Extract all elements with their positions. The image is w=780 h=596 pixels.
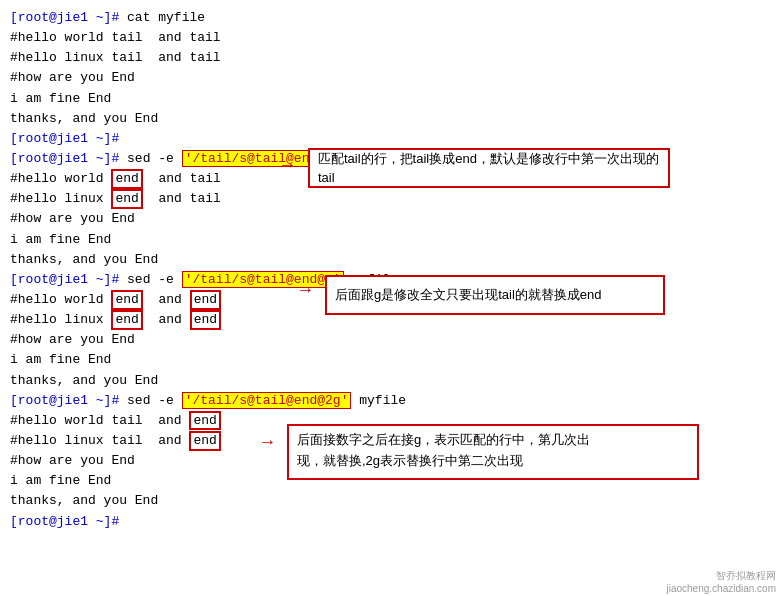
prompt: [root@jie1 ~]#: [10, 10, 127, 25]
annotation-1: 匹配tail的行，把tail换成end，默认是修改行中第一次出现的tail: [308, 148, 670, 188]
line-7: [root@jie1 ~]#: [10, 129, 770, 149]
annotation-2: 后面跟g是修改全文只要出现tail的就替换成end: [325, 275, 665, 315]
arrow-2: →: [300, 280, 311, 300]
replaced-end-3: end: [111, 290, 142, 310]
annotation-3-text: 后面接数字之后在接g，表示匹配的行中，第几次出现，就替换,2g表示替换行中第二次…: [297, 432, 590, 468]
replaced-end-7: end: [189, 411, 220, 431]
line-25: thanks, and you End: [10, 491, 770, 511]
annotation-3: 后面接数字之后在接g，表示匹配的行中，第几次出现，就替换,2g表示替换行中第二次…: [287, 424, 699, 480]
replaced-end-1: end: [111, 169, 142, 189]
annotation-2-text: 后面跟g是修改全文只要出现tail的就替换成end: [335, 285, 602, 305]
line-19: thanks, and you End: [10, 371, 770, 391]
replaced-end-6: end: [190, 310, 221, 330]
sed-cmd-2: '/tail/s@tail@end@g': [182, 271, 344, 288]
line-11: #how are you End: [10, 209, 770, 229]
sed-cmd-3: '/tail/s@tail@end@2g': [182, 392, 352, 409]
line-1: [root@jie1 ~]# cat myfile: [10, 8, 770, 28]
replaced-end-2: end: [111, 189, 142, 209]
line-5: i am fine End: [10, 89, 770, 109]
replaced-end-5: end: [111, 310, 142, 330]
line-12: i am fine End: [10, 230, 770, 250]
line-20: [root@jie1 ~]# sed -e '/tail/s@tail@end@…: [10, 391, 770, 411]
line-18: i am fine End: [10, 350, 770, 370]
line-10: #hello linux end and tail: [10, 189, 770, 209]
replaced-end-8: end: [189, 431, 220, 451]
line-3: #hello linux tail and tail: [10, 48, 770, 68]
line-2: #hello world tail and tail: [10, 28, 770, 48]
replaced-end-4: end: [190, 290, 221, 310]
arrow-3: →: [262, 432, 273, 452]
annotation-1-text: 匹配tail的行，把tail换成end，默认是修改行中第一次出现的tail: [318, 149, 660, 188]
line-13: thanks, and you End: [10, 250, 770, 270]
line-4: #how are you End: [10, 68, 770, 88]
main-container: [root@jie1 ~]# cat myfile #hello world t…: [0, 0, 780, 596]
line-17: #how are you End: [10, 330, 770, 350]
line-6: thanks, and you End: [10, 109, 770, 129]
arrow-1: →: [282, 155, 293, 175]
watermark: 智乔拟教程网jiaocheng.chazidian.com: [666, 569, 776, 594]
line-26: [root@jie1 ~]#: [10, 512, 770, 532]
